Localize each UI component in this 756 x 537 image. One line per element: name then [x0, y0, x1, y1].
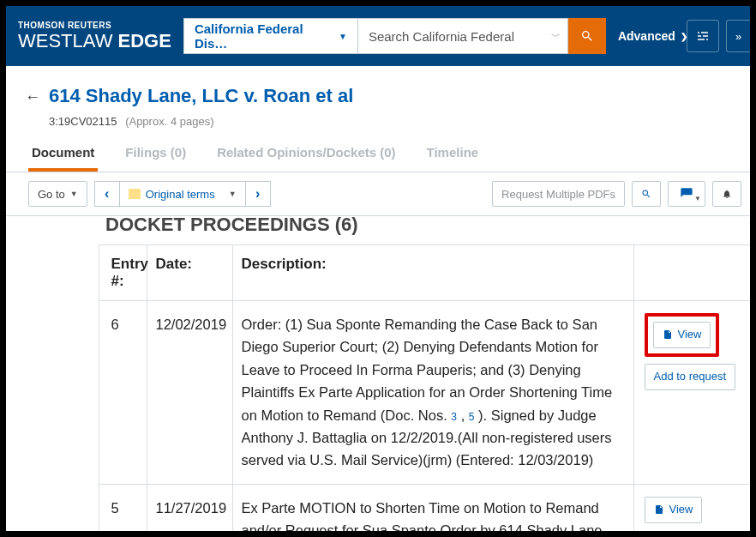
pdf-icon	[663, 329, 673, 341]
view-pdf-button[interactable]: View	[645, 497, 703, 523]
jurisdiction-label: California Federal Dis…	[195, 21, 339, 51]
highlight-annotation: View	[645, 313, 720, 357]
search-icon	[580, 29, 594, 43]
advanced-search-link[interactable]: Advanced ❯	[618, 29, 687, 43]
page-count: (Approx. 4 pages)	[125, 115, 213, 128]
highlight-swatch-icon	[129, 189, 141, 199]
request-pdfs-button[interactable]: Request Multiple PDFs	[492, 181, 625, 207]
brand-product: WESTLAW EDGE	[18, 30, 171, 51]
tab-filings[interactable]: Filings (0)	[122, 145, 189, 172]
chevron-down-icon: ﹀	[551, 30, 561, 43]
caret-down-icon: ▼	[339, 32, 347, 41]
cell-date: 11/27/2019	[147, 484, 232, 531]
caret-down-icon: ▼	[229, 190, 237, 198]
add-to-request-button[interactable]: Add to request	[645, 364, 736, 390]
search-button[interactable]	[568, 18, 606, 54]
chevron-left-icon: ‹	[105, 186, 109, 202]
brand-logo: THOMSON REUTERS WESTLAW EDGE	[18, 21, 171, 51]
note-icon	[679, 187, 694, 201]
search-input[interactable]: Search California Federal ﹀	[358, 18, 568, 54]
prev-term-button[interactable]: ‹	[94, 181, 120, 207]
alerts-button[interactable]	[712, 181, 741, 207]
tab-related[interactable]: Related Opinions/Dockets (0)	[213, 145, 399, 172]
back-button[interactable]: ←	[25, 88, 40, 106]
col-date-header: Date:	[147, 245, 232, 301]
table-row: 6 12/02/2019 Order: (1) Sua Sponte Reman…	[6, 301, 750, 485]
caret-down-icon: ▼	[694, 195, 701, 202]
app-header: THOMSON REUTERS WESTLAW EDGE California …	[6, 6, 750, 66]
search-placeholder: Search California Federal	[369, 29, 514, 44]
section-heading: DOCKET PROCEEDINGS (6)	[6, 207, 750, 244]
search-within-button[interactable]	[632, 181, 661, 207]
chevron-right-icon: ›	[255, 186, 260, 202]
cell-description: Order: (1) Sua Sponte Remanding the Case…	[232, 301, 633, 485]
expand-panel-button[interactable]: »	[726, 20, 750, 52]
toggle-panel-button[interactable]	[687, 20, 719, 52]
cell-date: 12/02/2019	[147, 301, 232, 485]
document-tabs: Document Filings (0) Related Opinions/Do…	[6, 128, 750, 172]
case-subtitle: 3:19CV02115 (Approx. 4 pages)	[6, 115, 750, 128]
table-row: 5 11/27/2019 Ex Parte MOTION to Shorten …	[6, 484, 750, 531]
goto-dropdown[interactable]: Go to ▼	[28, 181, 87, 207]
docket-table: Entry #: Date: Description: 6 12/02/2019…	[6, 244, 750, 531]
cell-entry: 6	[99, 301, 147, 485]
search-icon	[641, 187, 651, 201]
tab-timeline[interactable]: Timeline	[423, 145, 483, 172]
case-title[interactable]: 614 Shady Lane, LLC v. Roan et al	[49, 85, 353, 107]
cell-entry: 5	[99, 484, 147, 531]
bell-icon	[722, 187, 732, 201]
view-pdf-button[interactable]: View	[653, 322, 711, 348]
sliders-icon	[696, 29, 710, 43]
cell-description: Ex Parte MOTION to Shorten Time on Motio…	[232, 484, 633, 531]
col-desc-header: Description:	[232, 245, 633, 301]
caret-down-icon: ▼	[70, 190, 78, 198]
brand-vendor: THOMSON REUTERS	[18, 21, 171, 30]
docket-number: 3:19CV02115	[49, 115, 117, 128]
doc-link[interactable]: 5	[469, 411, 475, 423]
pdf-icon	[654, 504, 664, 516]
tab-document[interactable]: Document	[28, 145, 98, 172]
annotate-dropdown[interactable]: ▼	[668, 181, 705, 207]
double-chevron-icon: »	[735, 30, 741, 43]
original-terms-dropdown[interactable]: Original terms ▼	[120, 181, 245, 207]
col-entry-header: Entry #:	[99, 245, 147, 301]
next-term-button[interactable]: ›	[245, 181, 271, 207]
jurisdiction-dropdown[interactable]: California Federal Dis… ▼	[183, 18, 358, 54]
